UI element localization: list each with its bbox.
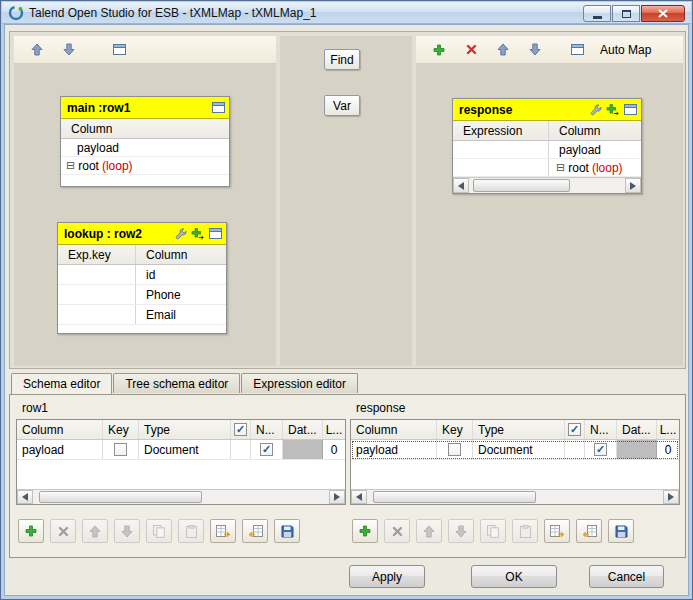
add-column-button[interactable] [18,519,44,543]
column-cell[interactable]: Phone [136,285,226,304]
col-header-key[interactable]: Key [103,420,139,439]
scrollbar-thumb[interactable] [473,179,570,192]
copy-button[interactable] [480,519,506,543]
export-schema-button[interactable] [242,519,268,543]
length-cell[interactable]: 0 [323,440,345,459]
type-cell[interactable]: Document [139,440,231,459]
col-header-type[interactable]: Type [473,420,565,439]
column-cell[interactable]: id [136,265,226,284]
import-schema-button[interactable] [544,519,570,543]
minimize-all-tables-icon[interactable] [108,40,130,60]
scroll-right-icon[interactable] [625,178,641,193]
col-header-nullable[interactable]: N... [585,420,617,439]
move-down-icon[interactable] [524,40,546,60]
add-column-button[interactable] [352,519,378,543]
col-header-type[interactable]: Type [139,420,231,439]
move-table-down-icon[interactable] [58,40,80,60]
column-cell[interactable]: Email [136,305,226,324]
tab-tree-schema-editor[interactable]: Tree schema editor [113,373,240,393]
expression-cell[interactable] [453,141,549,158]
minimize-button[interactable] [583,5,611,22]
scroll-left-icon[interactable] [17,490,33,504]
minimize-all-tables-icon[interactable] [566,40,588,60]
length-cell[interactable]: 0 [657,440,679,459]
condition-wrench-icon[interactable] [175,228,187,240]
move-up-button[interactable] [82,519,108,543]
move-up-button[interactable] [416,519,442,543]
schema-row-payload[interactable]: payload Document ✓ 0 [351,440,679,460]
tab-expression-editor[interactable]: Expression editor [241,373,358,393]
save-schema-button[interactable] [608,519,634,543]
column-cell[interactable]: payload [549,141,641,158]
col-header-column[interactable]: Column [351,420,437,439]
col-header-length[interactable]: L... [323,420,345,439]
move-table-up-icon[interactable] [26,40,48,60]
schema-row-payload[interactable]: payload Document ✓ 0 [17,440,345,460]
scroll-right-icon[interactable] [329,490,345,504]
auto-map-button[interactable]: Auto Map [600,43,651,57]
save-schema-button[interactable] [274,519,300,543]
tree-node-root[interactable]: ⊟ root (loop) [453,159,641,177]
column-name-cell[interactable]: payload [17,440,103,459]
col-header-length[interactable]: L... [657,420,679,439]
type-cell[interactable]: Document [473,440,565,459]
key-checkbox[interactable] [448,443,461,456]
scrollbar-thumb[interactable] [39,491,202,503]
expkey-cell[interactable] [58,285,136,304]
tab-schema-editor[interactable]: Schema editor [11,373,112,394]
minimize-table-icon[interactable] [212,102,225,113]
remove-column-button[interactable] [50,519,76,543]
expression-cell[interactable] [453,159,549,176]
tree-node-payload[interactable]: payload [453,141,641,159]
remove-output-icon[interactable] [460,40,482,60]
move-down-button[interactable] [114,519,140,543]
import-schema-button[interactable] [210,519,236,543]
add-subelement-icon[interactable] [606,104,620,116]
titlebar[interactable]: Talend Open Studio for ESB - tXMLMap - t… [2,2,691,24]
lookup-row2-table-header[interactable]: lookup : row2 [58,223,226,245]
cancel-button[interactable]: Cancel [589,565,664,588]
response-table-header[interactable]: response [453,99,641,121]
add-output-icon[interactable] [428,40,450,60]
main-row1-table-header[interactable]: main :row1 [61,97,229,119]
move-up-icon[interactable] [492,40,514,60]
scroll-left-icon[interactable] [453,178,469,193]
scrollbar-thumb[interactable] [373,491,536,503]
col-header-date-pattern[interactable]: Dat... [283,420,323,439]
minimize-table-icon[interactable] [624,104,637,115]
tree-expander-icon[interactable]: ⊟ [66,159,75,172]
select-all-checkbox[interactable]: ✓ [234,423,247,436]
lookup-row-id[interactable]: id [58,265,226,285]
col-header-key[interactable]: Key [437,420,473,439]
close-button[interactable] [641,5,685,22]
var-button[interactable]: Var [324,95,360,116]
col-header-date-pattern[interactable]: Dat... [617,420,657,439]
ok-button[interactable]: OK [471,565,557,588]
find-button[interactable]: Find [324,49,360,70]
nullable-checkbox[interactable]: ✓ [594,443,607,456]
minimize-table-icon[interactable] [209,228,222,239]
remove-column-button[interactable] [384,519,410,543]
scroll-right-icon[interactable] [663,490,679,504]
apply-button[interactable]: Apply [349,565,425,588]
key-checkbox[interactable] [114,443,127,456]
expkey-cell[interactable] [58,305,136,324]
nullable-checkbox[interactable]: ✓ [260,443,273,456]
export-schema-button[interactable] [576,519,602,543]
maximize-button[interactable] [612,5,640,22]
condition-wrench-icon[interactable] [590,104,602,116]
scroll-left-icon[interactable] [351,490,367,504]
add-subelement-icon[interactable] [191,228,205,240]
expkey-cell[interactable] [58,265,136,284]
col-header-column[interactable]: Column [17,420,103,439]
tree-node-payload[interactable]: payload [61,139,229,157]
copy-button[interactable] [146,519,172,543]
col-header-nullable[interactable]: N... [251,420,283,439]
tree-node-root[interactable]: ⊟ root (loop) [61,157,229,175]
tree-expander-icon[interactable]: ⊟ [556,161,565,174]
paste-button[interactable] [178,519,204,543]
lookup-row-phone[interactable]: Phone [58,285,226,305]
paste-button[interactable] [512,519,538,543]
select-all-checkbox[interactable]: ✓ [568,423,581,436]
column-cell[interactable]: ⊟ root (loop) [549,159,641,176]
